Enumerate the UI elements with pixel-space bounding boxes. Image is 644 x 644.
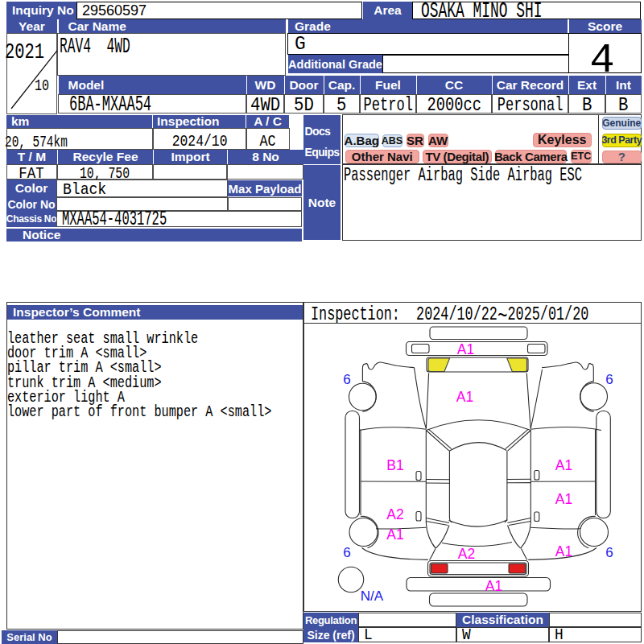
svg-text:6: 6	[605, 372, 613, 387]
svg-text:A1: A1	[555, 457, 572, 473]
svg-text:A1: A1	[457, 341, 474, 357]
svg-text:A1: A1	[485, 578, 502, 594]
svg-text:B1: B1	[386, 457, 403, 473]
svg-text:6: 6	[343, 545, 350, 560]
svg-text:A1: A1	[386, 526, 403, 543]
svg-text:A2: A2	[386, 506, 403, 522]
svg-text:N/A: N/A	[361, 588, 384, 604]
svg-text:A1: A1	[555, 491, 572, 507]
svg-text:6: 6	[343, 372, 350, 387]
svg-text:A1: A1	[456, 389, 473, 405]
svg-text:A2: A2	[458, 546, 475, 562]
svg-text:6: 6	[605, 545, 613, 560]
svg-text:A1: A1	[555, 543, 572, 559]
